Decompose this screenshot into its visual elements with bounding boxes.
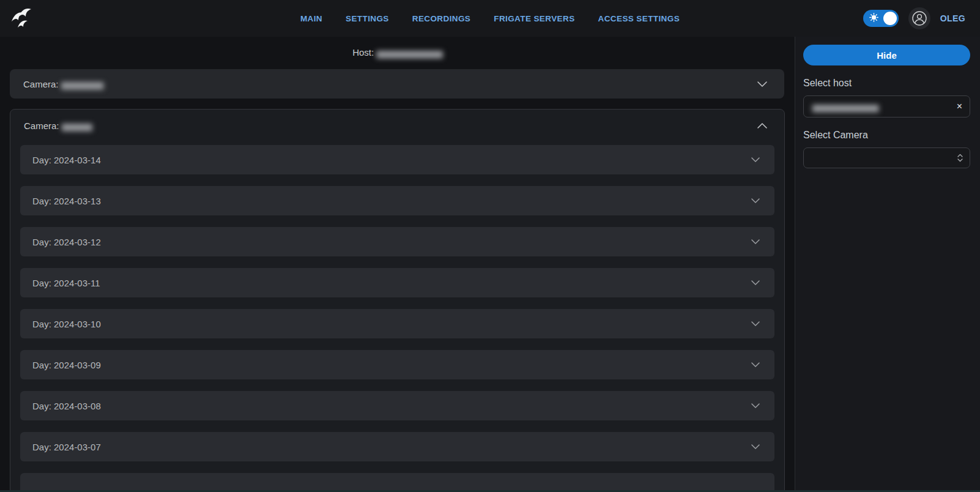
day-row[interactable]: Day: 2024-03-07 xyxy=(20,432,774,461)
camera-name-redacted: ▆▆▆▆▆ xyxy=(62,121,92,131)
chevron-down-icon xyxy=(751,280,760,285)
nav-item[interactable]: SETTINGS xyxy=(346,14,389,23)
recordings-main-area: Host: ▆▆▆▆▆▆▆▆▆▆▆ Camera: ▆▆▆▆▆▆▆ Camera… xyxy=(0,37,795,492)
day-row-label: Day: 2024-03-14 xyxy=(32,155,101,165)
day-row-label: Day: 2024-03-11 xyxy=(32,278,100,288)
topbar-right-controls: OLEG xyxy=(863,7,965,29)
host-heading: Host: ▆▆▆▆▆▆▆▆▆▆▆ xyxy=(0,47,795,58)
nav-item[interactable]: MAIN xyxy=(300,14,322,23)
chevron-down-icon xyxy=(757,81,767,87)
day-row-label: Day: 2024-03-10 xyxy=(32,319,101,329)
camera-select[interactable] xyxy=(803,147,970,168)
frigate-birds-logo-icon[interactable] xyxy=(9,5,35,32)
camera-accordion-expanded: Camera: ▆▆▆▆▆ Day: 2024-03-14 Day: 2024-… xyxy=(10,109,785,492)
main-nav: MAIN SETTINGS RECORDINGS FRIGATE SERVERS… xyxy=(0,0,980,37)
camera-label: Camera: xyxy=(24,121,59,131)
day-list: Day: 2024-03-14 Day: 2024-03-13 Day: 202… xyxy=(10,141,784,461)
username-label[interactable]: OLEG xyxy=(940,13,965,23)
camera-name-redacted: ▆▆▆▆▆▆▆ xyxy=(61,80,103,89)
day-row-label: Day: 2024-03-09 xyxy=(32,360,101,370)
host-value-redacted: ▆▆▆▆▆▆▆▆▆▆▆ xyxy=(376,48,442,58)
chevron-down-icon xyxy=(751,362,760,367)
camera-accordion-collapsed[interactable]: Camera: ▆▆▆▆▆▆▆ xyxy=(10,69,784,99)
select-camera-label: Select Camera xyxy=(803,130,970,141)
nav-item[interactable]: RECORDINGS xyxy=(412,14,471,23)
day-row[interactable]: Day: 2024-03-11 xyxy=(20,268,774,297)
chevron-down-icon xyxy=(751,239,760,244)
day-row-label: Day: 2024-03-13 xyxy=(32,196,101,206)
day-row[interactable]: Day: 2024-03-14 xyxy=(20,145,774,174)
day-row-label: Day: 2024-03-07 xyxy=(32,442,101,452)
chevron-up-down-icon xyxy=(957,153,963,163)
nav-item[interactable]: FRIGATE SERVERS xyxy=(494,14,574,23)
toggle-knob[interactable] xyxy=(883,12,897,25)
filters-sidebar: Hide Select host ▆▆▆▆▆▆▆▆▆▆▆ × Select Ca… xyxy=(795,37,980,492)
day-row-label: Day: 2024-03-08 xyxy=(32,401,101,411)
day-row-label: Day: 2024-03-12 xyxy=(32,237,101,247)
theme-toggle[interactable] xyxy=(863,10,899,27)
chevron-down-icon xyxy=(751,321,760,326)
chevron-down-icon xyxy=(751,157,760,162)
sun-icon xyxy=(869,13,878,24)
host-select-input[interactable]: ▆▆▆▆▆▆▆▆▆▆▆ × xyxy=(803,95,970,117)
content-row: Host: ▆▆▆▆▆▆▆▆▆▆▆ Camera: ▆▆▆▆▆▆▆ Camera… xyxy=(0,37,980,492)
host-label: Host: xyxy=(352,47,374,58)
day-row[interactable]: Day: 2024-03-13 xyxy=(20,186,774,215)
chevron-up-icon xyxy=(757,123,767,129)
day-row[interactable]: Day: 2024-03-09 xyxy=(20,350,774,379)
camera-accordion-header[interactable]: Camera: ▆▆▆▆▆ xyxy=(10,110,784,141)
camera-label: Camera: xyxy=(23,79,59,89)
top-navigation-bar: MAIN SETTINGS RECORDINGS FRIGATE SERVERS… xyxy=(0,0,980,37)
chevron-down-icon xyxy=(751,403,760,408)
host-input-value-redacted: ▆▆▆▆▆▆▆▆▆▆▆ xyxy=(812,102,878,112)
nav-item[interactable]: ACCESS SETTINGS xyxy=(598,14,680,23)
clear-host-icon[interactable]: × xyxy=(957,102,962,111)
day-row[interactable]: Day: 2024-03-12 xyxy=(20,227,774,256)
day-row[interactable]: Day: 2024-03-10 xyxy=(20,309,774,338)
chevron-down-icon xyxy=(751,444,760,449)
user-avatar-icon[interactable] xyxy=(908,7,930,29)
chevron-down-icon xyxy=(751,198,760,203)
day-row[interactable]: Day: 2024-03-08 xyxy=(20,391,774,420)
day-row-partial[interactable] xyxy=(20,473,774,492)
select-host-label: Select host xyxy=(803,78,970,89)
hide-button[interactable]: Hide xyxy=(803,45,970,65)
